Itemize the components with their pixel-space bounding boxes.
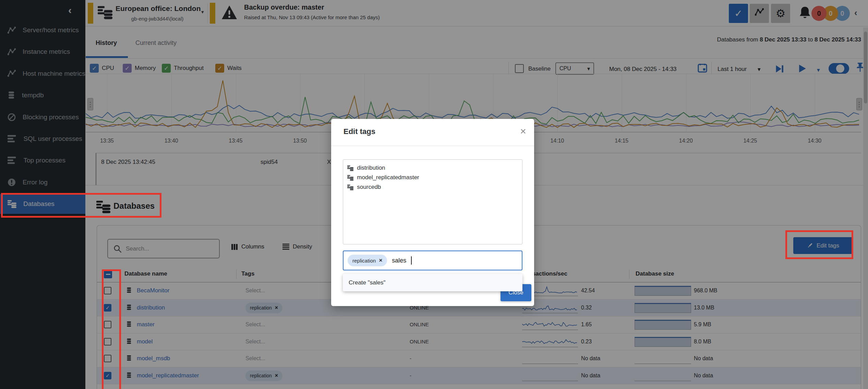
modal-database-item: model_replicatedmaster bbox=[347, 173, 518, 182]
modal-database-item: sourcedb bbox=[347, 182, 518, 192]
create-tag-option[interactable]: Create "sales" bbox=[343, 274, 522, 291]
annotation-box-edit-tags bbox=[785, 230, 853, 259]
modal-title: Edit tags bbox=[343, 127, 375, 136]
app-window: ‹ Server/host metrics Instance metrics H… bbox=[0, 0, 868, 389]
remove-tag-icon[interactable]: × bbox=[379, 257, 382, 264]
close-icon[interactable]: × bbox=[516, 124, 530, 138]
tags-input[interactable]: replication× sales bbox=[343, 251, 522, 270]
modal-database-item: distribution bbox=[347, 163, 518, 173]
tag-chip: replication× bbox=[348, 255, 387, 266]
annotation-box-checkbox-column bbox=[102, 269, 121, 389]
databases-icon bbox=[347, 175, 353, 181]
create-tag-label: Create "sales" bbox=[349, 279, 386, 286]
databases-icon bbox=[347, 184, 353, 190]
text-cursor bbox=[411, 256, 412, 265]
databases-icon bbox=[347, 165, 353, 171]
edit-tags-modal: Edit tags × distribution model_replicate… bbox=[331, 119, 534, 306]
modal-divider bbox=[331, 146, 534, 146]
tag-chip-label: replication bbox=[352, 258, 376, 264]
modal-database-name: sourcedb bbox=[357, 184, 381, 191]
modal-database-name: distribution bbox=[357, 165, 385, 171]
selected-databases-list: distribution model_replicatedmaster sour… bbox=[343, 159, 522, 244]
annotation-box-databases-nav bbox=[1, 193, 161, 218]
tags-input-value: sales bbox=[392, 257, 406, 264]
modal-database-name: model_replicatedmaster bbox=[357, 174, 419, 181]
